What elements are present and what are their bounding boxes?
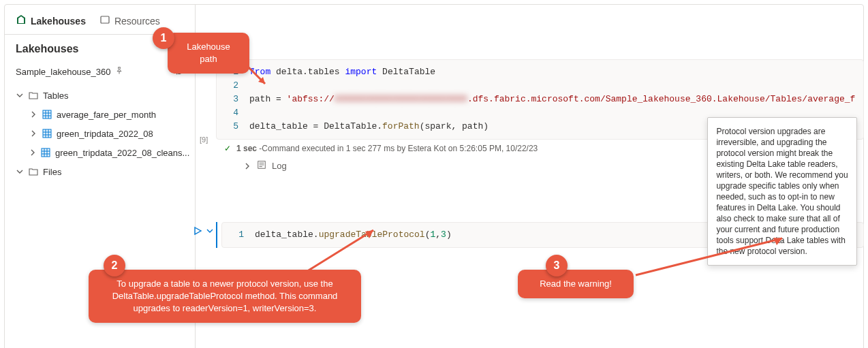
svg-rect-3 <box>42 148 50 157</box>
run-button[interactable] <box>193 226 213 236</box>
log-label: Log <box>272 161 287 171</box>
lakehouse-row[interactable]: Sample_lakehouse_360 <box>5 61 195 83</box>
chevron-right-icon <box>29 148 36 157</box>
pin-icon[interactable] <box>115 67 123 77</box>
callout-badge-2: 2 <box>104 255 125 276</box>
lakehouse-name: Sample_lakehouse_360 <box>16 67 111 77</box>
table-icon <box>40 147 51 158</box>
folder-icon <box>28 90 39 101</box>
chevron-right-icon <box>29 129 37 138</box>
lakehouse-icon <box>16 14 27 27</box>
tab-label: Resources <box>114 16 160 27</box>
resources-icon <box>99 14 110 27</box>
tree-label: average_fare_per_month <box>57 110 156 120</box>
svg-rect-0 <box>101 16 109 23</box>
callout-3: Read the warning! <box>518 270 634 298</box>
table-icon <box>42 109 52 120</box>
chevron-down-icon[interactable] <box>206 227 213 234</box>
svg-rect-2 <box>43 129 51 138</box>
check-icon: ✓ <box>224 144 231 153</box>
tab-resources[interactable]: Resources <box>99 14 160 27</box>
arrow-icon <box>632 234 789 282</box>
chevron-right-icon <box>29 110 37 118</box>
callout-1: Lakehouse path <box>168 33 249 74</box>
tree-label: green_tripdata_2022_08 <box>57 129 153 139</box>
folder-icon <box>28 166 39 177</box>
tree-table-item[interactable]: average_fare_per_month <box>5 105 195 124</box>
tree-label: Tables <box>43 91 69 101</box>
tree-table-item[interactable]: green_tripdata_2022_08 <box>5 124 195 143</box>
cell-exec-count: [9] <box>200 136 208 144</box>
tree: Tables average_fare_per_month green_trip… <box>5 83 195 184</box>
callout-badge-3: 3 <box>546 255 568 276</box>
tab-label: Lakehouses <box>31 16 86 27</box>
callout-2: To upgrade a table to a newer protocol v… <box>89 270 361 323</box>
svg-rect-1 <box>43 110 51 118</box>
tree-table-item[interactable]: green_tripdata_2022_08_cleans... <box>5 143 195 162</box>
log-icon <box>257 160 266 172</box>
chevron-right-icon <box>243 162 251 170</box>
chevron-down-icon <box>16 91 24 99</box>
table-icon <box>42 128 52 139</box>
tree-tables[interactable]: Tables <box>5 86 195 105</box>
tree-label: Files <box>43 167 61 177</box>
callout-badge-1: 1 <box>153 27 174 49</box>
tab-lakehouses[interactable]: Lakehouses <box>16 14 86 27</box>
tree-files[interactable]: Files <box>5 162 195 181</box>
tree-label: green_tripdata_2022_08_cleans... <box>55 148 189 158</box>
chevron-down-icon <box>16 168 24 176</box>
